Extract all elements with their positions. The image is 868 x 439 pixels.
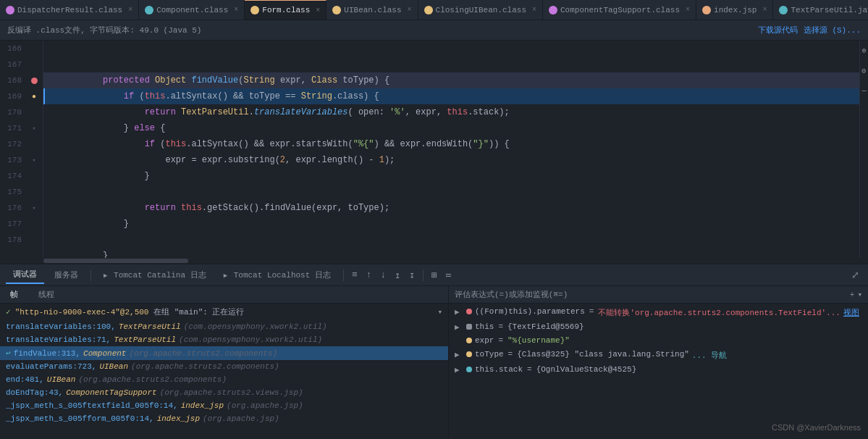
tab-icon-textparse [779, 6, 788, 14]
gutter-row-174: 174 [0, 168, 43, 184]
watch-expand-2[interactable]: ▶ [455, 336, 463, 346]
tab-textparse[interactable]: TextParseUtil.java × [773, 0, 868, 20]
stack-frame-6[interactable]: _jspx_meth_s_005ftextfield_005f0:14, ind… [0, 399, 448, 412]
stack-frame-4[interactable]: end:481, UIBean (org.apache.struts2.comp… [0, 373, 448, 386]
eval-bar: 评估表达式(=)或添加监视(⌘=) + ▾ [449, 286, 868, 304]
step-over-icon[interactable]: ↓ [378, 268, 389, 282]
globe-icon[interactable]: ⊕ [861, 46, 866, 55]
stack-pkg-6: (org.apache.jsp) [227, 401, 303, 410]
tab-close-componenttag[interactable]: × [686, 6, 690, 14]
watch-link-0[interactable]: 视图 [843, 307, 859, 318]
stack-frame-7[interactable]: _jspx_meth_s_005fform_005f0:14, index_js… [0, 412, 448, 425]
settings-icon-right[interactable]: ⚙ [861, 67, 866, 75]
line-icons-176: ▾ [26, 204, 42, 212]
list-icon[interactable]: ≔ [443, 268, 455, 283]
fold-icon-173[interactable]: ▾ [32, 156, 35, 164]
tab-uibean[interactable]: UIBean.class × [326, 0, 418, 20]
tab-closinguibean[interactable]: ClosingUIBean.class × [418, 0, 543, 20]
stack-pkg-0: (com.opensymphony.xwork2.util) [184, 322, 327, 331]
tab-label-dispatcher: DispatcherResult.class [17, 6, 122, 14]
scrollbar-thumb[interactable] [43, 259, 188, 263]
stack-method-1: translateVariables:71, [6, 335, 111, 344]
code-line-177 [43, 216, 868, 232]
watch-expand-1[interactable]: ▶ [455, 322, 463, 332]
log-tab-localhost[interactable]: ▶ Tomcat Localhost 日志 [216, 267, 338, 283]
stack-frame-5[interactable]: doEndTag:43, ComponentTagSupport (org.ap… [0, 386, 448, 399]
layout-icon[interactable]: ≡ [349, 268, 361, 282]
stack-class-4: UIBean [47, 375, 76, 384]
thread-check-icon: ✓ [6, 307, 11, 317]
right-gutter: ⊕ ⚙ — [859, 41, 868, 258]
watch-val-1: {TextField@5569} [507, 322, 584, 331]
watch-expand-3[interactable]: ▶ [455, 350, 463, 359]
line-num-178: 178 [0, 235, 26, 244]
stack-frame-0[interactable]: translateVariables:100, TextParseUtil (c… [0, 320, 448, 333]
horizontal-scrollbar[interactable] [0, 258, 868, 264]
step-out-icon[interactable]: ↥ [392, 268, 403, 283]
breakpoint-icon-168[interactable] [31, 78, 38, 84]
stack-class-6: index_jsp [181, 401, 224, 410]
table-icon[interactable]: ⊞ [429, 268, 440, 283]
minimize-icon-right[interactable]: — [861, 87, 866, 95]
resume-icon[interactable]: ↑ [363, 268, 375, 282]
tab-label-uibean: UIBean.class [344, 6, 401, 14]
tab-label-form: Form.class [262, 6, 310, 14]
tab-componenttag[interactable]: ComponentTagSupport.class × [543, 0, 696, 20]
step-into-icon[interactable]: ↧ [406, 268, 418, 283]
tab-close-uibean[interactable]: × [408, 6, 412, 14]
stack-method-0: translateVariables:100, [6, 322, 116, 331]
frame-tab[interactable]: 帧 [0, 286, 28, 303]
thread-filter-icon[interactable]: ▾ [437, 307, 442, 317]
fold-icon-171[interactable]: ▾ [32, 125, 35, 133]
download-source-button[interactable]: 下载源代码 [758, 25, 798, 35]
stack-frame-3[interactable]: evaluateParams:723, UIBean (org.apache.s… [0, 360, 448, 373]
log-tab-catalina[interactable]: ▶ Tomcat Catalina 日志 [96, 267, 214, 283]
line-num-173: 173 [0, 156, 26, 164]
debug-arrow-icon-169: ● [32, 93, 36, 101]
tab-close-form[interactable]: × [316, 7, 320, 14]
tab-dispatcher[interactable]: DispatcherResult.class × [0, 0, 139, 20]
stack-class-2: Component [83, 349, 126, 358]
stack-frame-1[interactable]: translateVariables:71, TextParseUtil (co… [0, 333, 448, 346]
expand-watch-button[interactable]: ▾ [857, 290, 862, 299]
stack-pkg-5: (org.apache.struts2.views.jsp) [160, 388, 303, 397]
watch-item-2[interactable]: ▶ expr = "%{username}" [449, 334, 868, 348]
thread-info-row: ✓ "http-nio-9000-exec-4"@2,500 在组 "main"… [0, 304, 448, 320]
watch-name-1: this [475, 322, 494, 331]
tab-close-indexjsp[interactable]: × [762, 6, 767, 14]
watch-item-3[interactable]: ▶ toType = {Class@325} "class java.lang.… [449, 348, 868, 363]
tab-close-closinguibean[interactable]: × [532, 6, 536, 14]
watch-expand-0[interactable]: ▶ [455, 307, 463, 317]
stack-method-6: _jspx_meth_s_005ftextfield_005f0:14, [6, 401, 178, 410]
watch-item-1[interactable]: ▶ this = {TextField@5569} [449, 320, 868, 334]
tab-form[interactable]: Form.class × [245, 0, 326, 20]
tab-server[interactable]: 服务器 [47, 267, 85, 283]
tab-bar: DispatcherResult.class × Component.class… [0, 0, 868, 20]
gutter-row-178: 178 [0, 232, 43, 248]
thread-name: "http-nio-9000-exec-4"@2,500 [15, 308, 149, 317]
tab-close-component[interactable]: × [234, 6, 238, 14]
tab-indexjsp[interactable]: index.jsp × [696, 0, 773, 20]
fold-icon-176[interactable]: ▾ [32, 204, 35, 212]
frame-bar-spacer [64, 286, 448, 303]
stack-method-4: end:481, [6, 375, 44, 384]
stack-class-0: TextParseUtil [119, 322, 181, 331]
watch-eq-1: = [498, 322, 503, 331]
expand-panel-icon[interactable]: ⤢ [848, 268, 862, 283]
watch-item-0[interactable]: ▶ ((Form)this).parameters = 不能转换'org.apa… [449, 305, 868, 320]
tab-debugger[interactable]: 调试器 [6, 266, 44, 284]
watch-link-3[interactable]: ... 导航 [692, 350, 727, 361]
stack-class-5: ComponentTagSupport [66, 388, 156, 397]
tab-component[interactable]: Component.class × [139, 0, 245, 20]
tab-close-dispatcher[interactable]: × [128, 6, 132, 14]
stack-class-7: index_jsp [157, 414, 200, 423]
choose-source-button[interactable]: 选择源 (S)... [804, 25, 861, 35]
watch-expand-4[interactable]: ▶ [455, 365, 463, 375]
gutter-row-167: 167 [0, 57, 43, 72]
add-watch-button[interactable]: + [850, 290, 855, 299]
thread-tab[interactable]: 线程 [28, 286, 64, 303]
watch-icon-1 [466, 324, 472, 330]
toolbar-separator-1 [90, 269, 91, 281]
stack-frame-2[interactable]: ↩ findValue:313, Component (org.apache.s… [0, 346, 448, 360]
watch-item-4[interactable]: ▶ this.stack = {OgnlValueStack@4525} [449, 363, 868, 377]
